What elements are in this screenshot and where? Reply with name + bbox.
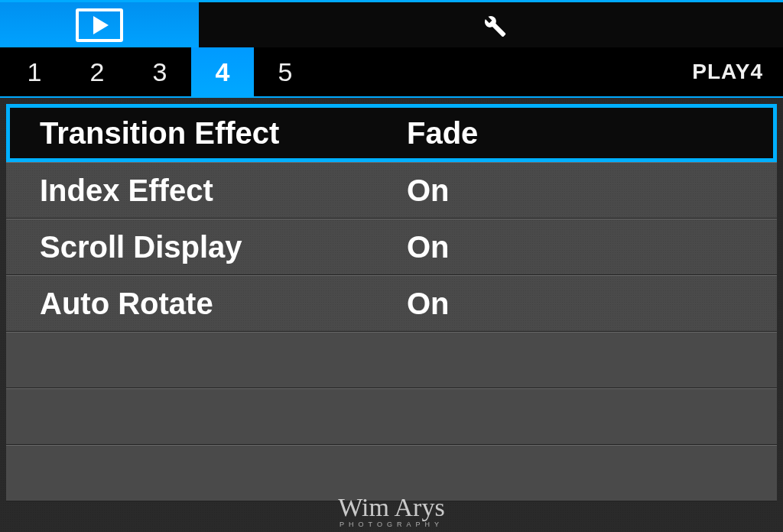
menu-row-value: Fade	[407, 116, 754, 151]
menu-row-value: On	[407, 287, 754, 321]
menu-row[interactable]: Index EffectOn	[6, 162, 777, 219]
page-tab-5[interactable]: 5	[254, 47, 317, 96]
camera-menu-screen: 12345PLAY4 Transition EffectFadeIndex Ef…	[0, 0, 783, 532]
page-number-tabs: 12345PLAY4	[0, 47, 783, 98]
page-tab-4[interactable]: 4	[191, 47, 254, 96]
playback-icon	[76, 8, 123, 42]
settings-menu-list: Transition EffectFadeIndex EffectOnScrol…	[0, 98, 783, 532]
setup-category-tab[interactable]	[199, 2, 783, 47]
menu-row-empty	[6, 332, 777, 388]
wrench-icon	[475, 8, 507, 43]
menu-row-value: On	[407, 230, 754, 264]
menu-row-label: Transition Effect	[40, 116, 407, 151]
playback-category-tab[interactable]	[0, 2, 199, 47]
menu-row[interactable]: Transition EffectFade	[6, 104, 777, 162]
menu-row-label: Auto Rotate	[40, 287, 407, 321]
menu-row[interactable]: Auto RotateOn	[6, 275, 777, 332]
page-tab-3[interactable]: 3	[128, 47, 191, 96]
page-tab-1[interactable]: 1	[3, 47, 66, 96]
page-section-label: PLAY4	[692, 60, 763, 84]
menu-row-label: Index Effect	[40, 174, 407, 208]
menu-row-label: Scroll Display	[40, 230, 407, 264]
top-category-tabs	[0, 0, 783, 47]
menu-row-empty	[6, 445, 777, 501]
menu-row[interactable]: Scroll DisplayOn	[6, 219, 777, 275]
page-tab-2[interactable]: 2	[66, 47, 128, 96]
menu-row-value: On	[407, 174, 754, 208]
menu-row-empty	[6, 388, 777, 445]
